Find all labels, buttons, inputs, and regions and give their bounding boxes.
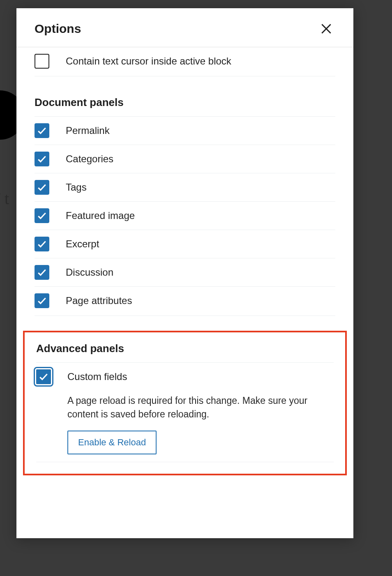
custom-fields-details: A page reload is required for this chang… (36, 394, 334, 462)
option-row-permalink: Permalink (35, 116, 335, 145)
option-row-excerpt: Excerpt (35, 230, 335, 258)
option-row-discussion: Discussion (35, 258, 335, 286)
checkbox-contain-cursor[interactable] (35, 54, 49, 69)
enable-reload-button[interactable]: Enable & Reload (67, 431, 157, 454)
checkbox-permalink[interactable] (35, 123, 49, 138)
custom-fields-description: A page reload is required for this chang… (67, 394, 334, 422)
checkbox-discussion[interactable] (35, 265, 49, 280)
option-label: Excerpt (66, 238, 99, 250)
checkbox-categories[interactable] (35, 152, 49, 166)
option-label: Categories (66, 153, 113, 165)
close-icon (320, 22, 333, 35)
section-heading-advanced-panels: Advanced panels (36, 332, 334, 362)
modal-title: Options (35, 22, 81, 36)
option-row-tags: Tags (35, 173, 335, 201)
option-row-contain-cursor: Contain text cursor inside active block (35, 47, 335, 76)
background-text-fragment: / t (0, 189, 9, 208)
advanced-panels-highlight: Advanced panels Custom fields A page rel… (23, 331, 347, 475)
checkbox-custom-fields[interactable] (36, 369, 51, 384)
checkbox-excerpt[interactable] (35, 237, 49, 251)
option-row-custom-fields: Custom fields (36, 362, 334, 391)
checkbox-page-attributes[interactable] (35, 293, 49, 308)
modal-header: Options (16, 8, 353, 47)
option-row-featured-image: Featured image (35, 201, 335, 230)
document-panels-section: Document panels Permalink Categories Tag… (16, 76, 353, 316)
option-label: Page attributes (66, 295, 132, 306)
checkbox-tags[interactable] (35, 180, 49, 195)
option-label: Contain text cursor inside active block (66, 55, 231, 67)
close-button[interactable] (317, 20, 335, 38)
option-label: Permalink (66, 125, 110, 136)
option-label: Tags (66, 182, 87, 193)
top-options-section: Contain text cursor inside active block (16, 47, 353, 76)
option-label: Custom fields (67, 371, 127, 382)
option-row-categories: Categories (35, 145, 335, 173)
option-row-page-attributes: Page attributes (35, 286, 335, 316)
checkbox-featured-image[interactable] (35, 208, 49, 223)
option-label: Discussion (66, 267, 113, 278)
options-modal: Options Contain text cursor inside activ… (16, 8, 353, 538)
option-label: Featured image (66, 210, 135, 221)
section-heading-document-panels: Document panels (35, 76, 335, 116)
